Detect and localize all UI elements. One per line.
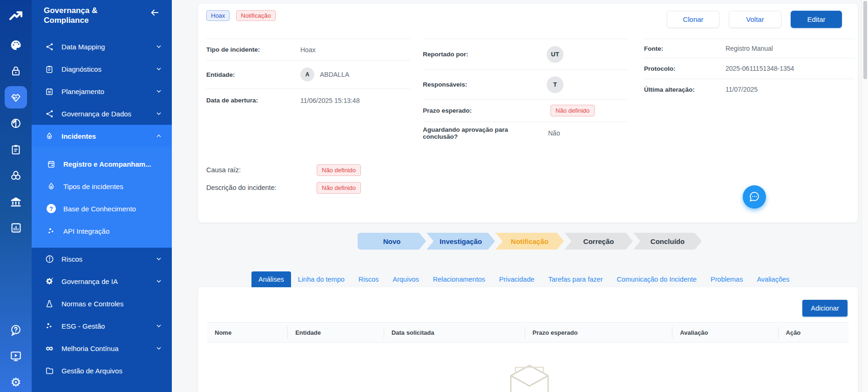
- chevron-down-icon: [155, 322, 163, 330]
- clone-button[interactable]: Clonar: [667, 11, 719, 28]
- sidebar-subitem-base-de-conhecimento[interactable]: ? Base de Conhecimento: [32, 197, 172, 220]
- field-value: 11/07/2025: [726, 86, 758, 93]
- sidebar-item-melhoria-continua[interactable]: ∞ Melhoria Contínua: [32, 337, 172, 359]
- infinity-icon: ∞: [44, 345, 55, 351]
- field-causa-raiz: Causa raíz: Não definido: [206, 162, 486, 178]
- sidebar-item-esg-gestao[interactable]: ESG - Gestão: [32, 315, 172, 337]
- table-header: Nome Entidade Data solicitada Prazo espe…: [207, 322, 848, 343]
- sidebar-item-riscos[interactable]: Riscos: [32, 248, 172, 270]
- lock-icon[interactable]: [0, 58, 32, 84]
- field-entidade: Entidade: A ABDALLA: [206, 60, 410, 88]
- sidebar-subitem-tipos-de-incidentes[interactable]: Tipos de incidentes: [32, 175, 172, 197]
- cluster-icon: [44, 322, 55, 330]
- field-label: Prazo esperado:: [423, 107, 544, 114]
- field-value: Registro Manual: [726, 45, 773, 52]
- field-tipo-de-incidente: Tipo de incidente: Hoax: [206, 39, 410, 60]
- sidebar-item-gestao-de-arquivos[interactable]: Gestão de Arquivos: [32, 359, 172, 382]
- tab-analises[interactable]: Análises: [251, 271, 291, 287]
- field-value: Não: [548, 129, 560, 137]
- scrollbar-thumb[interactable]: [863, 1, 867, 79]
- field-label: Reportado por:: [423, 51, 544, 58]
- knot-icon[interactable]: [0, 162, 32, 189]
- tab-tarefas-para-fazer[interactable]: Tarefas para fazer: [542, 272, 610, 287]
- sidebar-item-label: Gestão de Arquivos: [61, 367, 122, 375]
- handshake-icon[interactable]: [0, 84, 32, 110]
- field-value: 11/06/2025 15:13:48: [300, 97, 359, 104]
- tab-linha-do-tempo[interactable]: Linha do tempo: [291, 272, 352, 287]
- field-value: 2025-0611151348-1354: [726, 65, 794, 72]
- sidebar-item-incidentes[interactable]: Incidentes: [32, 125, 172, 147]
- sidebar-item-data-mapping[interactable]: Data Mapping: [32, 35, 172, 58]
- calendar-lines-icon: [44, 87, 55, 96]
- workflow-stepper: Novo Investigação Notificação Correção C…: [358, 233, 702, 250]
- not-defined-chip: Não definido: [317, 182, 361, 194]
- sidebar-subitem-registro-acompanhamento[interactable]: Registro e Acompanham...: [32, 153, 172, 175]
- field-fonte: Fonte: Registro Manual: [644, 39, 854, 58]
- share-icon: [44, 42, 55, 51]
- bank-icon[interactable]: [0, 189, 32, 215]
- sidebar-item-label: Melhoria Contínua: [61, 345, 119, 352]
- field-label: Responsáveis:: [423, 81, 544, 88]
- column-header-avaliacao: Avaliação: [672, 326, 778, 338]
- incident-drop-icon: [44, 132, 55, 141]
- chevron-down-icon: [155, 65, 163, 73]
- step-novo[interactable]: Novo: [358, 233, 426, 250]
- field-responsaveis: Responsáveis: T: [423, 69, 628, 99]
- help-icon[interactable]: [0, 317, 32, 343]
- chat-fab-button[interactable]: [743, 185, 766, 209]
- step-notificacao[interactable]: Notificação: [495, 233, 564, 250]
- edit-button[interactable]: Editar: [791, 11, 842, 28]
- sidebar-item-planejamento[interactable]: Planejamento: [32, 80, 172, 102]
- module-title: Governança & Compliance: [44, 6, 137, 26]
- collapse-sidebar-icon[interactable]: [149, 7, 160, 20]
- incident-drop-icon: [46, 182, 57, 191]
- palette-icon[interactable]: [0, 32, 32, 58]
- settings-gear-icon[interactable]: ⚙: [0, 369, 32, 392]
- detail-column-3: Fonte: Registro Manual Protocolo: 2025-0…: [644, 39, 854, 100]
- step-correcao[interactable]: Correção: [564, 233, 633, 250]
- sidebar-item-governanca-de-ia[interactable]: Governança de IA: [32, 270, 172, 292]
- sidebar-item-governanca-de-dados[interactable]: Governança de Dados: [32, 102, 172, 125]
- calendar-icon: [46, 160, 57, 169]
- alert-circle-icon: [44, 255, 55, 264]
- tab-problemas[interactable]: Problemas: [704, 272, 750, 287]
- add-button[interactable]: Adicionar: [802, 300, 848, 317]
- sidebar-subitem-api-integracao[interactable]: API Integração: [32, 220, 172, 242]
- column-header-acao: Ação: [778, 326, 848, 338]
- tab-relacionamentos[interactable]: Relacionamentos: [426, 272, 492, 287]
- column-header-nome: Nome: [207, 326, 287, 338]
- chevron-down-icon: [155, 43, 163, 50]
- field-ultima-alteracao: Última alteração: 11/07/2025: [644, 79, 854, 100]
- column-header-prazo-esperado: Prazo esperado: [525, 326, 672, 338]
- tab-riscos[interactable]: Riscos: [352, 272, 386, 287]
- back-button[interactable]: Voltar: [729, 11, 781, 28]
- analyses-panel: Adicionar Nome Entidade Data solicitada …: [198, 287, 858, 392]
- video-tutorial-icon[interactable]: [0, 343, 32, 369]
- field-label: Tipo de incidente:: [206, 46, 300, 53]
- step-investigacao[interactable]: Investigação: [427, 233, 495, 250]
- scrollbar[interactable]: [861, 0, 868, 392]
- chevron-down-icon: [155, 88, 163, 95]
- not-defined-chip: Não definido: [317, 164, 361, 176]
- chat-bubble-icon: [748, 190, 760, 204]
- main-content: Hoax Notificação Clonar Voltar Editar Ti…: [172, 0, 868, 392]
- step-concluido[interactable]: Concluído: [633, 233, 702, 250]
- bar-chart-icon[interactable]: [0, 215, 32, 241]
- entity-avatar: A: [300, 68, 314, 81]
- tab-avaliacoes[interactable]: Avaliações: [750, 272, 796, 287]
- responsible-avatar: T: [547, 76, 563, 93]
- chevron-up-icon: [155, 132, 163, 140]
- tab-arquivos[interactable]: Arquivos: [386, 272, 426, 287]
- clipboard-icon[interactable]: [0, 136, 32, 162]
- sidebar-item-diagnosticos[interactable]: Diagnósticos: [32, 58, 172, 80]
- tab-comunicacao-do-incidente[interactable]: Comunicação do Incidente: [610, 272, 704, 287]
- tab-privacidade[interactable]: Privacidade: [492, 272, 542, 287]
- donut-chart-icon[interactable]: [0, 110, 32, 136]
- sidebar-item-label: Governança de IA: [61, 277, 118, 285]
- column-header-data-solicitada: Data solicitada: [384, 326, 525, 338]
- app-root: ⚙ Governança & Compliance Data Mapping D…: [0, 0, 868, 392]
- incident-stage-badge: Notificação: [236, 10, 275, 21]
- tags-row: Hoax Notificação: [206, 10, 276, 21]
- app-logo-icon[interactable]: [0, 4, 32, 27]
- sidebar-item-normas-e-controles[interactable]: Normas e Controles: [32, 292, 172, 315]
